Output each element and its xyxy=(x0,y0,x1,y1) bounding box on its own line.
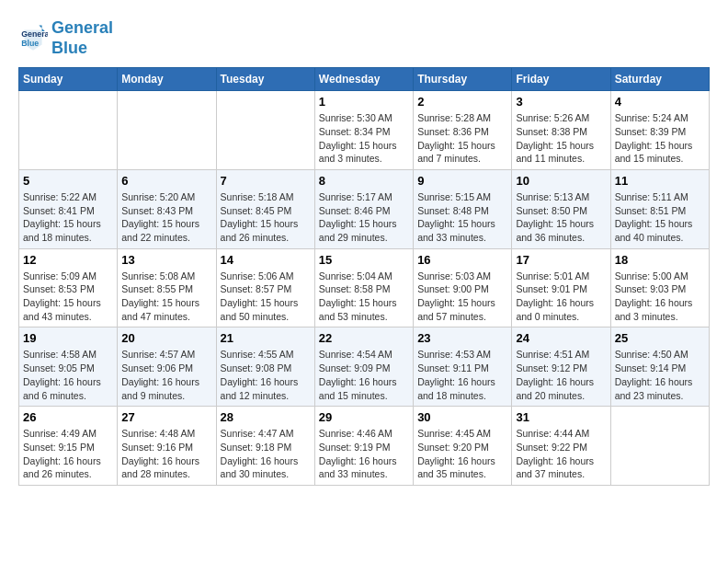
weekday-header-tuesday: Tuesday xyxy=(216,68,314,91)
weekday-header-saturday: Saturday xyxy=(610,68,709,91)
day-info: Sunrise: 5:09 AM Sunset: 8:53 PM Dayligh… xyxy=(23,270,113,324)
weekday-header-sunday: Sunday xyxy=(19,68,118,91)
day-number: 22 xyxy=(319,331,409,345)
calendar-cell: 10Sunrise: 5:13 AM Sunset: 8:50 PM Dayli… xyxy=(512,169,610,248)
day-number: 28 xyxy=(221,410,311,424)
day-number: 14 xyxy=(221,253,311,267)
day-number: 20 xyxy=(121,331,211,345)
day-number: 26 xyxy=(23,410,113,424)
day-number: 18 xyxy=(615,253,705,267)
day-info: Sunrise: 5:30 AM Sunset: 8:34 PM Dayligh… xyxy=(319,111,409,166)
day-info: Sunrise: 5:24 AM Sunset: 8:39 PM Dayligh… xyxy=(615,111,705,166)
day-info: Sunrise: 5:08 AM Sunset: 8:55 PM Dayligh… xyxy=(121,270,211,324)
day-number: 10 xyxy=(516,174,606,188)
logo-icon: General Blue xyxy=(18,24,48,53)
calendar-cell: 27Sunrise: 4:48 AM Sunset: 9:16 PM Dayli… xyxy=(118,407,216,486)
day-info: Sunrise: 5:13 AM Sunset: 8:50 PM Dayligh… xyxy=(516,190,606,245)
calendar-cell: 9Sunrise: 5:15 AM Sunset: 8:48 PM Daylig… xyxy=(414,169,512,248)
calendar-cell: 24Sunrise: 4:51 AM Sunset: 9:12 PM Dayli… xyxy=(512,327,610,407)
day-info: Sunrise: 4:49 AM Sunset: 9:15 PM Dayligh… xyxy=(23,427,113,481)
week-row-3: 12Sunrise: 5:09 AM Sunset: 8:53 PM Dayli… xyxy=(19,248,710,327)
day-number: 1 xyxy=(319,95,409,109)
calendar-cell: 13Sunrise: 5:08 AM Sunset: 8:55 PM Dayli… xyxy=(118,248,216,327)
calendar-cell: 30Sunrise: 4:45 AM Sunset: 9:20 PM Dayli… xyxy=(414,407,512,486)
page-header: General Blue General Blue xyxy=(18,18,710,58)
calendar-cell: 29Sunrise: 4:46 AM Sunset: 9:19 PM Dayli… xyxy=(314,407,413,486)
weekday-header-row: SundayMondayTuesdayWednesdayThursdayFrid… xyxy=(19,68,710,91)
week-row-1: 1Sunrise: 5:30 AM Sunset: 8:34 PM Daylig… xyxy=(19,91,710,170)
calendar-cell: 22Sunrise: 4:54 AM Sunset: 9:09 PM Dayli… xyxy=(314,327,413,407)
day-number: 31 xyxy=(516,410,606,424)
day-info: Sunrise: 5:03 AM Sunset: 9:00 PM Dayligh… xyxy=(417,270,507,324)
day-number: 15 xyxy=(319,253,409,267)
day-info: Sunrise: 5:28 AM Sunset: 8:36 PM Dayligh… xyxy=(417,111,507,166)
day-info: Sunrise: 4:44 AM Sunset: 9:22 PM Dayligh… xyxy=(516,427,606,481)
calendar-cell xyxy=(118,91,216,170)
day-number: 21 xyxy=(221,331,311,345)
calendar-cell: 6Sunrise: 5:20 AM Sunset: 8:43 PM Daylig… xyxy=(118,169,216,248)
calendar-cell: 21Sunrise: 4:55 AM Sunset: 9:08 PM Dayli… xyxy=(216,327,314,407)
calendar-cell: 2Sunrise: 5:28 AM Sunset: 8:36 PM Daylig… xyxy=(414,91,512,170)
day-info: Sunrise: 4:53 AM Sunset: 9:11 PM Dayligh… xyxy=(417,348,507,402)
day-info: Sunrise: 4:58 AM Sunset: 9:05 PM Dayligh… xyxy=(23,348,113,402)
calendar-cell: 7Sunrise: 5:18 AM Sunset: 8:45 PM Daylig… xyxy=(216,169,314,248)
calendar-cell: 4Sunrise: 5:24 AM Sunset: 8:39 PM Daylig… xyxy=(610,91,709,170)
day-number: 27 xyxy=(121,410,211,424)
logo: General Blue General Blue xyxy=(18,18,113,58)
weekday-header-thursday: Thursday xyxy=(414,68,512,91)
calendar-cell: 12Sunrise: 5:09 AM Sunset: 8:53 PM Dayli… xyxy=(19,248,118,327)
week-row-4: 19Sunrise: 4:58 AM Sunset: 9:05 PM Dayli… xyxy=(19,327,710,407)
calendar-cell: 18Sunrise: 5:00 AM Sunset: 9:03 PM Dayli… xyxy=(610,248,709,327)
day-number: 3 xyxy=(516,95,606,109)
day-info: Sunrise: 5:15 AM Sunset: 8:48 PM Dayligh… xyxy=(417,190,507,245)
day-info: Sunrise: 5:01 AM Sunset: 9:01 PM Dayligh… xyxy=(516,270,606,324)
day-info: Sunrise: 5:17 AM Sunset: 8:46 PM Dayligh… xyxy=(319,190,409,245)
day-info: Sunrise: 4:47 AM Sunset: 9:18 PM Dayligh… xyxy=(221,427,311,481)
calendar-cell: 14Sunrise: 5:06 AM Sunset: 8:57 PM Dayli… xyxy=(216,248,314,327)
day-number: 19 xyxy=(23,331,113,345)
calendar-cell: 8Sunrise: 5:17 AM Sunset: 8:46 PM Daylig… xyxy=(314,169,413,248)
logo-subtext: Blue xyxy=(51,39,113,59)
day-info: Sunrise: 4:46 AM Sunset: 9:19 PM Dayligh… xyxy=(319,427,409,481)
calendar-table: SundayMondayTuesdayWednesdayThursdayFrid… xyxy=(18,67,710,486)
day-number: 11 xyxy=(615,174,705,188)
calendar-cell: 20Sunrise: 4:57 AM Sunset: 9:06 PM Dayli… xyxy=(118,327,216,407)
day-info: Sunrise: 4:57 AM Sunset: 9:06 PM Dayligh… xyxy=(121,348,211,402)
calendar-cell xyxy=(19,91,118,170)
week-row-2: 5Sunrise: 5:22 AM Sunset: 8:41 PM Daylig… xyxy=(19,169,710,248)
weekday-header-wednesday: Wednesday xyxy=(314,68,413,91)
day-info: Sunrise: 4:45 AM Sunset: 9:20 PM Dayligh… xyxy=(417,427,507,481)
calendar-cell: 16Sunrise: 5:03 AM Sunset: 9:00 PM Dayli… xyxy=(414,248,512,327)
weekday-header-monday: Monday xyxy=(118,68,216,91)
weekday-header-friday: Friday xyxy=(512,68,610,91)
calendar-cell: 28Sunrise: 4:47 AM Sunset: 9:18 PM Dayli… xyxy=(216,407,314,486)
day-number: 5 xyxy=(23,174,113,188)
day-number: 13 xyxy=(121,253,211,267)
day-info: Sunrise: 5:00 AM Sunset: 9:03 PM Dayligh… xyxy=(615,270,705,324)
day-info: Sunrise: 4:50 AM Sunset: 9:14 PM Dayligh… xyxy=(615,348,705,402)
day-info: Sunrise: 5:18 AM Sunset: 8:45 PM Dayligh… xyxy=(221,190,311,245)
day-info: Sunrise: 4:55 AM Sunset: 9:08 PM Dayligh… xyxy=(221,348,311,402)
day-number: 29 xyxy=(319,410,409,424)
calendar-cell: 19Sunrise: 4:58 AM Sunset: 9:05 PM Dayli… xyxy=(19,327,118,407)
logo-text: General xyxy=(51,18,113,39)
day-number: 25 xyxy=(615,331,705,345)
calendar-cell: 15Sunrise: 5:04 AM Sunset: 8:58 PM Dayli… xyxy=(314,248,413,327)
day-info: Sunrise: 5:20 AM Sunset: 8:43 PM Dayligh… xyxy=(121,190,211,245)
day-info: Sunrise: 5:11 AM Sunset: 8:51 PM Dayligh… xyxy=(615,190,705,245)
calendar-cell: 3Sunrise: 5:26 AM Sunset: 8:38 PM Daylig… xyxy=(512,91,610,170)
day-number: 30 xyxy=(417,410,507,424)
day-number: 2 xyxy=(417,95,507,109)
day-number: 24 xyxy=(516,331,606,345)
day-info: Sunrise: 5:26 AM Sunset: 8:38 PM Dayligh… xyxy=(516,111,606,166)
day-number: 12 xyxy=(23,253,113,267)
day-number: 23 xyxy=(417,331,507,345)
day-number: 6 xyxy=(121,174,211,188)
day-info: Sunrise: 4:48 AM Sunset: 9:16 PM Dayligh… xyxy=(121,427,211,481)
day-number: 16 xyxy=(417,253,507,267)
svg-text:Blue: Blue xyxy=(21,39,39,48)
day-number: 4 xyxy=(615,95,705,109)
day-number: 7 xyxy=(221,174,311,188)
day-info: Sunrise: 4:54 AM Sunset: 9:09 PM Dayligh… xyxy=(319,348,409,402)
day-info: Sunrise: 5:06 AM Sunset: 8:57 PM Dayligh… xyxy=(221,270,311,324)
